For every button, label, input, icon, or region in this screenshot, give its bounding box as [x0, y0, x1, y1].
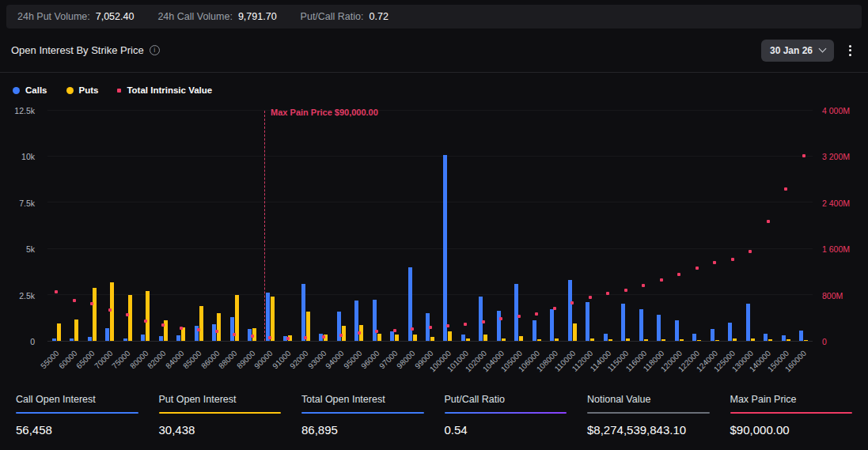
stats-row: Call Open Interest56,458Put Open Interes…: [0, 381, 868, 437]
put-bar: [715, 340, 719, 342]
left-axis-tick: 7.5k: [6, 199, 41, 208]
call-bar: [799, 331, 803, 341]
panel-title: Open Interest By Strike Price: [11, 44, 144, 56]
put-bar: [697, 340, 701, 342]
intrinsic-value-dot: [731, 258, 734, 261]
legend-label: Total Intrinsic Value: [127, 85, 212, 95]
call-bar: [443, 155, 447, 341]
put-bar: [555, 338, 559, 341]
call-bar: [52, 338, 56, 341]
intrinsic-value-dot: [358, 331, 361, 335]
stat-underline: [445, 412, 567, 414]
intrinsic-value-dot: [233, 333, 236, 336]
put-bar: [483, 335, 487, 341]
legend-item-puts[interactable]: Puts: [66, 85, 99, 95]
info-icon[interactable]: i: [150, 45, 160, 55]
put-bar: [413, 335, 417, 341]
x-axis-label-text: 84000: [164, 349, 185, 370]
call-bar: [692, 334, 696, 341]
panel-header: Open Interest By Strike Price i 30 Jan 2…: [0, 28, 868, 73]
stat-value: 0.54: [445, 423, 567, 437]
intrinsic-value-dot: [108, 308, 112, 312]
put-bar: [751, 338, 755, 341]
expiry-date-dropdown[interactable]: 30 Jan 26: [761, 40, 834, 62]
intrinsic-value-dot: [73, 299, 76, 302]
panel-title-group: Open Interest By Strike Price i: [11, 44, 160, 56]
call-bar: [604, 334, 608, 341]
legend-marker-icon: [13, 87, 20, 94]
legend-item-total-intrinsic-value[interactable]: Total Intrinsic Value: [117, 85, 212, 95]
call-bar: [141, 335, 145, 341]
intrinsic-value-dot: [570, 301, 574, 304]
put-bar: [199, 306, 203, 341]
intrinsic-value-dot: [749, 250, 752, 253]
left-axis-tick: 2.5k: [6, 291, 41, 301]
put-bar: [680, 339, 684, 341]
put-bar: [271, 297, 275, 341]
right-axis-tick: 800M: [816, 291, 862, 301]
right-axis-tick: 0: [816, 337, 862, 346]
right-axis-tick: 4 000M: [816, 106, 862, 115]
put-bar: [787, 339, 790, 341]
x-axis-label-text: 55000: [40, 349, 61, 370]
intrinsic-value-dot: [322, 335, 325, 338]
call-bar: [159, 336, 163, 341]
legend-label: Calls: [25, 85, 47, 95]
intrinsic-value-dot: [696, 267, 699, 270]
put-bar: [626, 338, 630, 341]
left-y-axis: 02.5k5k7.5k10k12.5k: [6, 111, 41, 342]
stat-card-call-open-interest: Call Open Interest56,458: [16, 394, 138, 437]
stat-value: $8,274,539,843.10: [587, 423, 710, 437]
panel-controls: 30 Jan 26: [761, 40, 857, 62]
intrinsic-value-dot: [304, 336, 307, 339]
intrinsic-value-dot: [268, 336, 271, 339]
x-axis-label-text: 75000: [111, 349, 132, 370]
legend-item-calls[interactable]: Calls: [13, 85, 47, 95]
put-bar: [537, 339, 541, 341]
put-bar: [804, 340, 808, 342]
stat-value: 86,895: [301, 423, 424, 437]
stat-value: $90,000.00: [730, 423, 853, 437]
stat-label: Put/Call Ratio: [445, 394, 567, 405]
intrinsic-value-dot: [161, 323, 165, 327]
put-bar: [57, 323, 61, 341]
x-axis-label-text: 82000: [146, 349, 168, 370]
stat-value: 56,458: [16, 423, 138, 437]
stat-card-put-call-ratio: Put/Call Ratio0.54: [445, 394, 567, 437]
x-axis-label-text: 70000: [93, 349, 114, 370]
summary-stat-value: 0.72: [370, 11, 389, 22]
more-options-button[interactable]: [843, 40, 857, 60]
stat-label: Total Open Interest: [301, 394, 424, 405]
call-bar: [764, 334, 768, 341]
intrinsic-value-dot: [429, 326, 432, 329]
summary-stat: Put/Call Ratio:0.72: [301, 11, 389, 22]
call-bar: [568, 280, 572, 341]
intrinsic-value-dot: [535, 312, 538, 316]
call-bar: [550, 309, 554, 341]
put-bar: [502, 338, 506, 341]
put-bar: [768, 339, 772, 341]
stat-label: Call Open Interest: [16, 394, 138, 405]
stat-label: Put Open Interest: [159, 394, 282, 405]
put-bar: [395, 335, 399, 341]
gridline: [47, 248, 813, 249]
stat-card-notional-value: Notional Value$8,274,539,843.10: [587, 394, 710, 437]
x-axis-label-text: 80000: [128, 349, 150, 370]
call-bar: [230, 317, 234, 341]
intrinsic-value-dot: [606, 292, 609, 295]
x-axis-label-text: 88000: [217, 349, 238, 370]
call-bar: [105, 328, 109, 341]
intrinsic-value-dot: [411, 327, 414, 331]
stat-underline: [587, 412, 710, 414]
intrinsic-value-dot: [589, 296, 592, 299]
put-bar: [448, 331, 452, 341]
put-bar: [146, 291, 150, 341]
intrinsic-value-dot: [553, 307, 556, 310]
open-interest-panel: Open Interest By Strike Price i 30 Jan 2…: [0, 28, 868, 437]
x-axis-label-text: 89000: [235, 349, 256, 370]
call-bar: [711, 329, 714, 341]
call-bar: [533, 320, 536, 341]
intrinsic-value-dot: [802, 154, 805, 157]
call-bar: [621, 304, 625, 341]
put-bar: [573, 323, 577, 341]
